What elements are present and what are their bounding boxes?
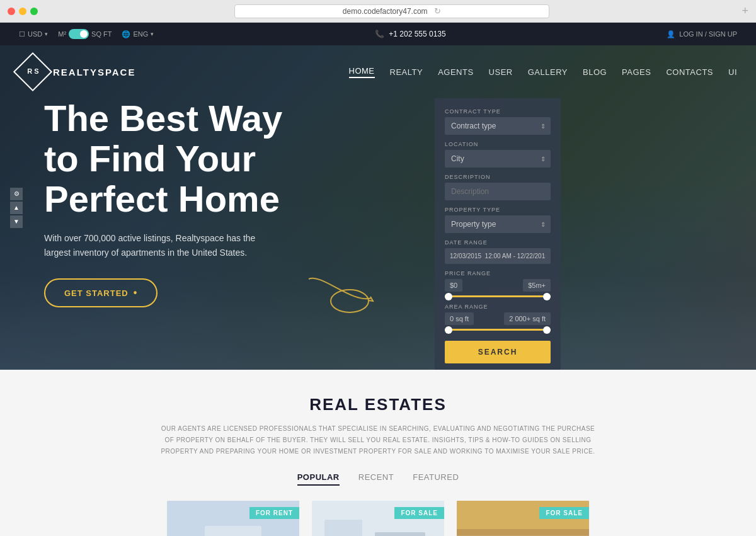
nav-user[interactable]: USER xyxy=(489,67,513,77)
nav-gallery[interactable]: GALLERY xyxy=(528,67,568,77)
area-range-slider[interactable] xyxy=(445,329,551,331)
property-card-3[interactable]: FOR SALE xyxy=(457,501,589,536)
browser-dots xyxy=(8,8,38,15)
property-type-label: PROPERTY TYPE xyxy=(445,207,551,213)
area-range-field: AREA RANGE 0 sq ft 2 000+ sq ft xyxy=(445,304,551,331)
unit-selector[interactable]: M² SQ FT xyxy=(58,29,112,39)
search-button[interactable]: SEARCH xyxy=(445,341,551,363)
auth-area[interactable]: 👤 LOG IN / SIGN UP xyxy=(667,30,737,38)
nav-blog[interactable]: BLOG xyxy=(583,67,607,77)
description-label: DESCRIPTION xyxy=(445,174,551,180)
address-bar[interactable]: demo.codefactory47.com ↻ xyxy=(234,4,549,18)
tab-recent[interactable]: RECENT xyxy=(358,472,394,486)
auth-label: LOG IN / SIGN UP xyxy=(679,30,737,38)
nav-ui[interactable]: UI xyxy=(728,67,737,77)
lang-icon: 🌐 xyxy=(122,30,130,38)
price-range-label: PRICE RANGE xyxy=(445,270,551,277)
property-card-2[interactable]: FOR SALE xyxy=(312,501,444,536)
logo-name: REALTYSPACE xyxy=(53,67,135,77)
unit-label: M² xyxy=(58,30,66,38)
contract-type-label: CONTRACT TYPE xyxy=(445,108,551,115)
area-max: 2 000+ sq ft xyxy=(504,312,551,325)
hero-content: The Best Way to Find Your Perfect Home W… xyxy=(0,98,756,370)
dot-green[interactable] xyxy=(30,8,38,15)
location-field: LOCATION City New York Los Angeles ⇕ xyxy=(445,141,551,168)
area-range-values: 0 sq ft 2 000+ sq ft xyxy=(445,312,551,325)
logo[interactable]: R S REALTYSPACE xyxy=(19,58,135,86)
date-range-field: DATE RANGE xyxy=(445,239,551,264)
navbar: R S REALTYSPACE HOME REALTY AGENTS USER … xyxy=(0,45,756,98)
nav-pages[interactable]: PAGES xyxy=(622,67,651,77)
svg-point-0 xyxy=(331,290,369,312)
dot-red[interactable] xyxy=(8,8,15,15)
nav-links: HOME REALTY AGENTS USER GALLERY BLOG PAG… xyxy=(349,66,737,78)
hero-title-line2: to Find Your xyxy=(44,138,256,179)
phone-area: 📞 +1 202 555 0135 xyxy=(375,30,446,38)
property-type-select[interactable]: Property type Apartment House xyxy=(445,215,551,233)
nav-contacts[interactable]: CONTACTS xyxy=(666,67,713,77)
dot-yellow[interactable] xyxy=(19,8,26,15)
price-range-field: PRICE RANGE $0 $5m+ xyxy=(445,270,551,297)
sqft-label: SQ FT xyxy=(91,30,112,38)
price-handle-left[interactable] xyxy=(445,293,452,300)
contract-type-wrapper: Contract type For Sale For Rent ⇕ xyxy=(445,117,551,135)
top-bar-left: ☐ USD ▾ M² SQ FT 🌐 ENG ▾ xyxy=(19,29,154,39)
phone-icon: 📞 xyxy=(375,30,384,38)
price-range-values: $0 $5m+ xyxy=(445,279,551,292)
svg-rect-9 xyxy=(324,520,362,536)
logo-initials: R S xyxy=(27,67,38,76)
tab-popular[interactable]: POPULAR xyxy=(297,472,340,486)
property-card-1[interactable]: FOR RENT xyxy=(167,501,299,536)
scroll-up-button[interactable]: ▲ xyxy=(10,202,23,214)
tab-featured[interactable]: FEATURED xyxy=(413,472,459,486)
currency-selector[interactable]: ☐ USD ▾ xyxy=(19,30,48,38)
new-tab-button[interactable]: + xyxy=(742,4,748,18)
area-handle-right[interactable] xyxy=(543,326,551,334)
price-range-slider[interactable] xyxy=(445,295,551,297)
area-handle-left[interactable] xyxy=(445,326,452,334)
property-badge-3: FOR SALE xyxy=(539,507,589,519)
price-max: $5m+ xyxy=(523,279,551,292)
property-tabs: POPULAR RECENT FEATURED xyxy=(19,472,737,486)
hero-section: R S REALTYSPACE HOME REALTY AGENTS USER … xyxy=(0,45,756,370)
user-icon: 👤 xyxy=(667,30,675,38)
scroll-controls: ⚙ ▲ ▼ xyxy=(10,188,23,228)
unit-toggle[interactable] xyxy=(69,29,89,39)
section-desc: OUR AGENTS ARE LICENSED PROFESSIONALS TH… xyxy=(158,423,598,457)
nav-realty[interactable]: REALTY xyxy=(390,67,423,77)
currency-icon: ☐ xyxy=(19,30,25,38)
contract-type-select[interactable]: Contract type For Sale For Rent xyxy=(445,117,551,135)
hero-subtitle: With over 700,000 active listings, Realt… xyxy=(44,231,284,259)
browser-chrome: demo.codefactory47.com ↻ + xyxy=(0,0,756,23)
nav-agents[interactable]: AGENTS xyxy=(438,67,473,77)
area-min: 0 sq ft xyxy=(445,312,474,325)
language-selector[interactable]: 🌐 ENG ▾ xyxy=(122,30,154,38)
hero-title: The Best Way to Find Your Perfect Home xyxy=(44,98,422,219)
currency-label: USD xyxy=(28,30,42,38)
phone-number: +1 202 555 0135 xyxy=(389,30,445,38)
contract-type-field: CONTRACT TYPE Contract type For Sale For… xyxy=(445,108,551,135)
location-select[interactable]: City New York Los Angeles xyxy=(445,150,551,168)
location-label: LOCATION xyxy=(445,141,551,147)
date-range-input[interactable] xyxy=(445,248,551,264)
gear-button[interactable]: ⚙ xyxy=(10,188,23,200)
search-panel: CONTRACT TYPE Contract type For Sale For… xyxy=(435,98,561,370)
area-range-fill xyxy=(445,329,551,331)
price-range-fill xyxy=(445,295,551,297)
get-started-button[interactable]: GET STARTED xyxy=(44,278,158,307)
hero-title-line1: The Best Way xyxy=(44,98,282,139)
refresh-icon[interactable]: ↻ xyxy=(434,6,441,16)
price-min: $0 xyxy=(445,279,462,292)
location-wrapper: City New York Los Angeles ⇕ xyxy=(445,150,551,168)
description-input[interactable] xyxy=(445,183,551,200)
nav-home[interactable]: HOME xyxy=(349,66,375,78)
logo-diamond: R S xyxy=(13,52,52,91)
price-handle-right[interactable] xyxy=(543,293,551,300)
area-range-label: AREA RANGE xyxy=(445,304,551,310)
url-text: demo.codefactory47.com xyxy=(343,7,428,16)
lang-label: ENG xyxy=(133,30,148,38)
top-bar: ☐ USD ▾ M² SQ FT 🌐 ENG ▾ 📞 +1 202 555 01… xyxy=(0,23,756,45)
svg-rect-17 xyxy=(457,529,589,535)
hero-title-line3: Perfect Home xyxy=(44,178,280,219)
scroll-down-button[interactable]: ▼ xyxy=(10,215,23,228)
